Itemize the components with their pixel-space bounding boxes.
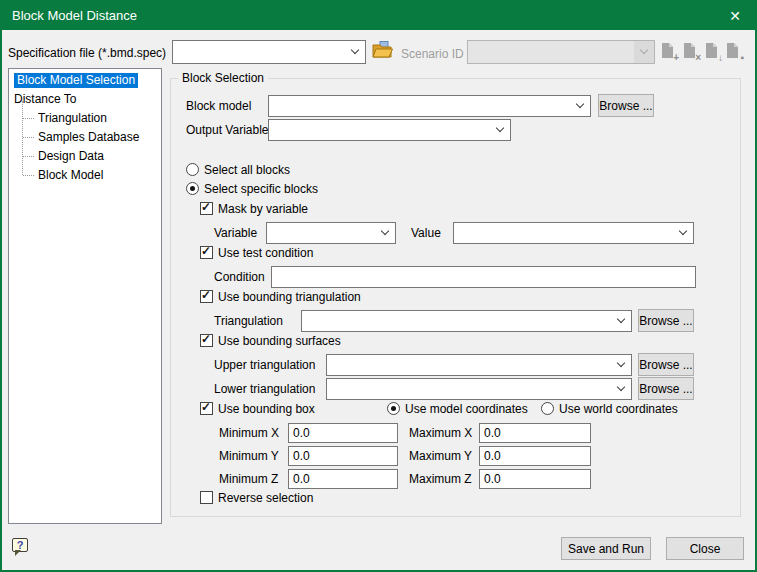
tree-item-label: Block Model Selection bbox=[14, 73, 138, 88]
use-test-condition-checkbox[interactable] bbox=[200, 246, 213, 259]
lower-triangulation-browse-button[interactable]: Browse ... bbox=[638, 377, 694, 400]
tree-item-label: Samples Database bbox=[38, 130, 139, 144]
document-import-icon bbox=[704, 42, 719, 59]
tree-item-samples-database[interactable]: Samples Database bbox=[10, 128, 160, 146]
condition-label: Condition bbox=[214, 270, 265, 284]
tree-item-label: Block Model bbox=[38, 168, 103, 182]
window-title: Block Model Distance bbox=[12, 2, 137, 30]
tree-item-design-data[interactable]: Design Data bbox=[10, 147, 160, 165]
use-bounding-surfaces-checkbox[interactable] bbox=[200, 334, 213, 347]
import-scenario-button[interactable]: ↓ bbox=[704, 42, 720, 60]
tree-item-distance-to[interactable]: Distance To bbox=[10, 90, 160, 108]
group-title: Block Selection bbox=[178, 71, 268, 85]
section-tree: Block Model Selection Distance To Triang… bbox=[8, 68, 162, 524]
close-icon: ✕ bbox=[729, 9, 741, 23]
export-scenario-button[interactable]: ▪ bbox=[725, 42, 741, 60]
maximum-z-input[interactable] bbox=[479, 469, 591, 489]
lower-triangulation-combo[interactable] bbox=[326, 378, 632, 400]
use-test-condition-label[interactable]: Use test condition bbox=[218, 246, 313, 260]
tree-item-triangulation[interactable]: Triangulation bbox=[10, 109, 160, 127]
block-model-label: Block model bbox=[186, 99, 251, 113]
minimum-z-label: Minimum Z bbox=[219, 472, 278, 486]
chevron-down-icon bbox=[679, 227, 687, 235]
help-button[interactable]: ? bbox=[12, 538, 28, 552]
minimum-y-input[interactable] bbox=[288, 446, 398, 466]
triangulation-browse-button[interactable]: Browse ... bbox=[638, 309, 694, 332]
use-bounding-box-label[interactable]: Use bounding box bbox=[218, 402, 315, 416]
block-model-combo[interactable] bbox=[268, 95, 591, 117]
mask-by-variable-label[interactable]: Mask by variable bbox=[218, 202, 308, 216]
help-bubble-tail bbox=[15, 550, 21, 556]
use-model-coordinates-radio[interactable] bbox=[387, 402, 400, 415]
upper-triangulation-label: Upper triangulation bbox=[214, 358, 315, 372]
reverse-selection-label[interactable]: Reverse selection bbox=[218, 491, 313, 505]
delete-scenario-button[interactable]: × bbox=[682, 42, 698, 60]
variable-label: Variable bbox=[214, 226, 257, 240]
tree-item-label: Design Data bbox=[38, 149, 104, 163]
select-all-blocks-radio[interactable] bbox=[186, 163, 199, 176]
chevron-down-icon bbox=[617, 383, 625, 391]
titlebar[interactable]: Block Model Distance ✕ bbox=[2, 2, 755, 30]
maximum-z-label: Maximum Z bbox=[409, 472, 472, 486]
tree-item-block-model[interactable]: Block Model bbox=[10, 166, 160, 184]
cross-badge-icon: × bbox=[695, 53, 701, 63]
specification-file-label: Specification file (*.bmd.spec) bbox=[8, 46, 166, 60]
reverse-selection-checkbox[interactable] bbox=[200, 491, 213, 504]
minimum-z-input[interactable] bbox=[288, 469, 398, 489]
use-bounding-surfaces-label[interactable]: Use bounding surfaces bbox=[218, 334, 341, 348]
save-and-run-label: Save and Run bbox=[568, 542, 644, 556]
open-folder-icon[interactable] bbox=[372, 41, 393, 63]
condition-input[interactable] bbox=[271, 266, 696, 288]
tree-item-block-model-selection[interactable]: Block Model Selection bbox=[10, 71, 160, 89]
tree-item-label: Triangulation bbox=[38, 111, 107, 125]
close-button[interactable]: ✕ bbox=[719, 2, 751, 30]
new-scenario-button[interactable]: + bbox=[660, 42, 676, 60]
output-variable-combo[interactable] bbox=[268, 119, 511, 141]
use-bounding-triangulation-label[interactable]: Use bounding triangulation bbox=[218, 290, 361, 304]
maximum-x-label: Maximum X bbox=[409, 426, 472, 440]
mask-by-variable-checkbox[interactable] bbox=[200, 202, 213, 215]
use-world-coordinates-radio[interactable] bbox=[541, 402, 554, 415]
triangulation-combo[interactable] bbox=[301, 310, 632, 332]
chevron-down-icon bbox=[381, 227, 389, 235]
close-button-label: Close bbox=[690, 542, 721, 556]
upper-triangulation-browse-button[interactable]: Browse ... bbox=[638, 353, 694, 376]
value-label: Value bbox=[411, 226, 441, 240]
maximum-y-input[interactable] bbox=[479, 446, 591, 466]
use-bounding-box-checkbox[interactable] bbox=[200, 402, 213, 415]
maximum-x-input[interactable] bbox=[479, 423, 591, 443]
lower-triangulation-label: Lower triangulation bbox=[214, 382, 315, 396]
block-model-browse-button[interactable]: Browse ... bbox=[598, 94, 654, 117]
value-combo[interactable] bbox=[453, 222, 694, 244]
chevron-down-icon bbox=[576, 100, 584, 108]
browse-button-label: Browse ... bbox=[639, 358, 692, 372]
document-export-icon bbox=[725, 42, 740, 59]
minimum-x-input[interactable] bbox=[288, 423, 398, 443]
browse-button-label: Browse ... bbox=[639, 314, 692, 328]
variable-combo[interactable] bbox=[266, 222, 396, 244]
chevron-down-icon bbox=[617, 315, 625, 323]
chevron-down-icon bbox=[351, 46, 359, 54]
use-bounding-triangulation-checkbox[interactable] bbox=[200, 290, 213, 303]
chevron-down-icon bbox=[617, 359, 625, 367]
browse-button-label: Browse ... bbox=[639, 382, 692, 396]
specification-file-combo[interactable] bbox=[172, 40, 366, 64]
plus-badge-icon: + bbox=[673, 53, 679, 63]
use-model-coordinates-label[interactable]: Use model coordinates bbox=[405, 402, 528, 416]
arrow-down-badge-icon: ↓ bbox=[718, 53, 723, 63]
scenario-id-label: Scenario ID bbox=[401, 47, 464, 61]
upper-triangulation-combo[interactable] bbox=[326, 354, 632, 376]
save-and-run-button[interactable]: Save and Run bbox=[561, 537, 651, 560]
close-dialog-button[interactable]: Close bbox=[666, 537, 744, 560]
triangulation-label: Triangulation bbox=[214, 314, 283, 328]
block-model-distance-dialog: Block Model Distance ✕ Specification fil… bbox=[0, 0, 757, 572]
select-specific-blocks-radio[interactable] bbox=[186, 182, 199, 195]
select-specific-blocks-label[interactable]: Select specific blocks bbox=[204, 182, 318, 196]
square-badge-icon: ▪ bbox=[740, 53, 744, 63]
use-world-coordinates-label[interactable]: Use world coordinates bbox=[559, 402, 678, 416]
maximum-y-label: Maximum Y bbox=[409, 449, 472, 463]
minimum-x-label: Minimum X bbox=[219, 426, 279, 440]
select-all-blocks-label[interactable]: Select all blocks bbox=[204, 163, 290, 177]
scenario-id-combo[interactable] bbox=[467, 40, 655, 64]
browse-button-label: Browse ... bbox=[599, 99, 652, 113]
